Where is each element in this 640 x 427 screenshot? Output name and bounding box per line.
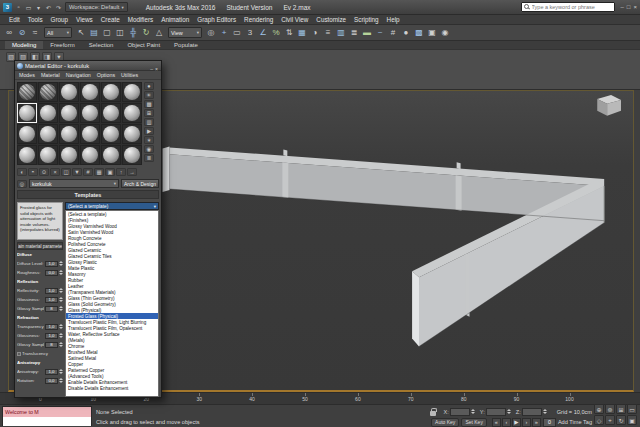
parameter-value-field[interactable]: 8 bbox=[45, 342, 58, 348]
material-sample-slot[interactable] bbox=[38, 103, 58, 123]
menu-item[interactable]: Customize bbox=[312, 16, 350, 23]
sample-tiling-icon[interactable]: ⊞ bbox=[144, 109, 154, 117]
pan-icon[interactable]: + bbox=[605, 415, 615, 425]
next-frame-icon[interactable]: › bbox=[522, 418, 531, 427]
menu-item[interactable]: Views bbox=[72, 16, 97, 23]
select-and-rotate-icon[interactable]: ↻ bbox=[140, 27, 152, 39]
material-editor-menu-item[interactable]: Options bbox=[94, 72, 118, 78]
select-and-manipulate-icon[interactable]: + bbox=[218, 27, 230, 39]
material-map-navigator-icon[interactable]: ≣ bbox=[144, 154, 154, 162]
material-sample-slot[interactable] bbox=[17, 124, 37, 144]
templates-rollout-header[interactable]: Templates bbox=[17, 190, 159, 199]
frame-tick[interactable]: 60 bbox=[331, 396, 384, 402]
parameter-value-field[interactable]: 1,0 bbox=[45, 288, 58, 294]
frame-tick[interactable]: 100 bbox=[543, 396, 596, 402]
zoom-extents-icon[interactable]: ⊞ bbox=[616, 404, 626, 414]
ribbon-tab[interactable]: Modeling bbox=[5, 41, 43, 49]
menu-item[interactable]: Group bbox=[47, 16, 73, 23]
render-setup-icon[interactable]: ▩ bbox=[413, 27, 425, 39]
reference-coordinate-dropdown[interactable]: View ▾ bbox=[168, 27, 202, 38]
close-button[interactable]: × bbox=[633, 4, 637, 10]
search-input[interactable] bbox=[532, 4, 612, 10]
y-coordinate-field[interactable] bbox=[486, 408, 506, 416]
video-color-check-icon[interactable]: ▥ bbox=[144, 118, 154, 126]
backlight-icon[interactable]: ☀ bbox=[144, 91, 154, 99]
material-editor-menu-item[interactable]: Modes bbox=[16, 72, 38, 78]
select-and-move-icon[interactable]: ╬ bbox=[127, 27, 139, 39]
selection-filter-dropdown[interactable]: All ▾ bbox=[44, 27, 72, 38]
maximize-button[interactable]: □ bbox=[627, 4, 631, 10]
spinner-control[interactable] bbox=[59, 378, 63, 383]
scene-explorer-icon[interactable]: ▥ bbox=[335, 27, 347, 39]
angle-snap-icon[interactable]: ∠ bbox=[257, 27, 269, 39]
material-sample-slot[interactable] bbox=[80, 82, 100, 102]
unlink-selection-icon[interactable]: ⊘ bbox=[16, 27, 28, 39]
parameter-value-field[interactable]: 0,0 bbox=[45, 378, 58, 384]
spinner-control[interactable] bbox=[59, 369, 63, 374]
frame-tick[interactable]: 40 bbox=[226, 396, 279, 402]
x-coordinate-field[interactable] bbox=[450, 408, 470, 416]
spinner-control[interactable] bbox=[59, 342, 63, 347]
material-sample-slot[interactable] bbox=[17, 82, 37, 102]
spinner-control[interactable] bbox=[59, 261, 63, 266]
menu-item[interactable]: Scripting bbox=[350, 16, 383, 23]
menu-item[interactable]: Tools bbox=[24, 16, 47, 23]
orbit-icon[interactable]: ↻ bbox=[616, 415, 626, 425]
select-object-icon[interactable]: ↖ bbox=[75, 27, 87, 39]
maximize-viewport-icon[interactable]: ▣ bbox=[627, 415, 637, 425]
z-coordinate-field[interactable] bbox=[522, 408, 542, 416]
spinner-control[interactable] bbox=[507, 409, 511, 414]
ribbon-tab[interactable]: Object Paint bbox=[120, 41, 167, 49]
material-sample-slot[interactable] bbox=[101, 145, 121, 165]
put-to-library-icon[interactable]: ▼ bbox=[72, 168, 82, 176]
previous-frame-icon[interactable]: ‹ bbox=[502, 418, 511, 427]
material-sample-slot[interactable] bbox=[122, 82, 142, 102]
minimize-button[interactable]: – bbox=[621, 4, 624, 10]
spinner-control[interactable] bbox=[543, 409, 547, 414]
material-editor-menu-item[interactable]: Material bbox=[38, 72, 63, 78]
go-forward-to-sibling-icon[interactable]: → bbox=[127, 168, 137, 176]
material-sample-slot[interactable] bbox=[59, 145, 79, 165]
material-sample-slot[interactable] bbox=[80, 103, 100, 123]
go-to-start-icon[interactable]: « bbox=[492, 418, 501, 427]
spinner-snap-icon[interactable]: ⇅ bbox=[283, 27, 295, 39]
percent-snap-icon[interactable]: % bbox=[270, 27, 282, 39]
material-sample-slot[interactable] bbox=[80, 145, 100, 165]
menu-item[interactable]: Rendering bbox=[240, 16, 277, 23]
current-frame-field[interactable]: 0 bbox=[543, 418, 556, 427]
parameter-value-field[interactable]: 1,0 bbox=[45, 297, 58, 303]
rendered-frame-icon[interactable]: ▣ bbox=[426, 27, 438, 39]
parameter-value-field[interactable]: 1,0 bbox=[45, 324, 58, 330]
railing-wall-object[interactable] bbox=[163, 146, 605, 346]
material-sample-slot[interactable] bbox=[101, 124, 121, 144]
spinner-control[interactable] bbox=[59, 333, 63, 338]
options-icon[interactable]: ∗ bbox=[144, 136, 154, 144]
spinner-control[interactable] bbox=[59, 288, 63, 293]
field-of-view-icon[interactable]: ◇ bbox=[594, 415, 604, 425]
ribbon-tab[interactable]: Populate bbox=[167, 41, 205, 49]
material-editor-menu-item[interactable]: Utilities bbox=[118, 72, 141, 78]
frame-tick[interactable]: 30 bbox=[173, 396, 226, 402]
material-sample-slot[interactable] bbox=[17, 103, 37, 123]
menu-item[interactable]: Help bbox=[383, 16, 404, 23]
keyboard-override-icon[interactable]: ▭ bbox=[231, 27, 243, 39]
main-material-parameters-header[interactable]: Main material parameters bbox=[17, 242, 63, 250]
zoom-icon[interactable]: ⊕ bbox=[594, 404, 604, 414]
go-to-parent-icon[interactable]: ↑ bbox=[116, 168, 126, 176]
select-and-scale-icon[interactable]: △ bbox=[153, 27, 165, 39]
spinner-control[interactable] bbox=[59, 324, 63, 329]
menu-item[interactable]: Create bbox=[97, 16, 124, 23]
material-sample-slot[interactable] bbox=[38, 145, 58, 165]
workspace-selector[interactable]: Workspace: Default ▾ bbox=[65, 2, 128, 12]
frame-tick[interactable]: 70 bbox=[384, 396, 437, 402]
get-material-icon[interactable]: ◐ bbox=[17, 168, 27, 176]
menu-item[interactable]: Graph Editors bbox=[193, 16, 240, 23]
zoom-all-icon[interactable]: ⊚ bbox=[605, 404, 615, 414]
assign-material-to-selection-icon[interactable]: ⊙ bbox=[39, 168, 49, 176]
material-sample-slot[interactable] bbox=[59, 124, 79, 144]
align-icon[interactable]: ≡ bbox=[322, 27, 334, 39]
select-and-link-icon[interactable]: ∞ bbox=[3, 27, 15, 39]
parameter-value-field[interactable]: 0,0 bbox=[45, 270, 58, 276]
undo-icon[interactable]: ↶ bbox=[44, 3, 53, 12]
mirror-icon[interactable]: ◑ bbox=[309, 27, 321, 39]
